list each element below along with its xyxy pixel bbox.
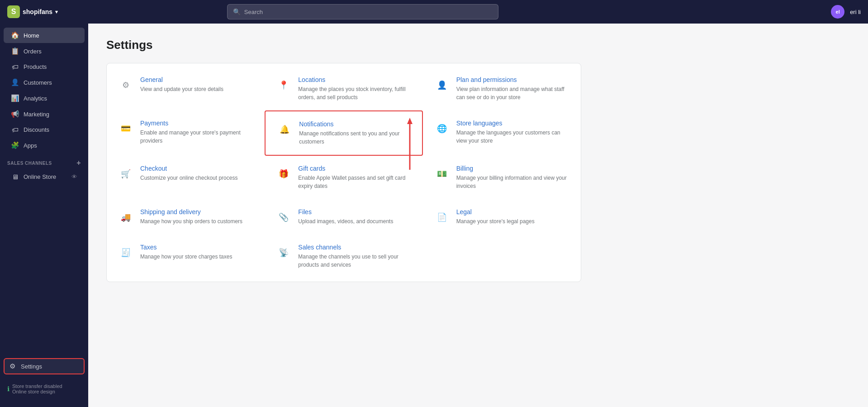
search-box[interactable]: 🔍 [227, 4, 498, 19]
sidebar-item-online-store[interactable]: 🖥 Online Store 👁 [4, 169, 85, 184]
customers-icon: 👤 [11, 78, 19, 86]
payments-icon: 💳 [118, 120, 134, 137]
sidebar-item-products[interactable]: 🏷 Products [4, 59, 85, 74]
avatar-initials: el [836, 9, 840, 14]
sidebar-label-customers: Customers [24, 79, 52, 86]
taxes-desc: Manage how your store charges taxes [140, 253, 232, 261]
files-icon: 📎 [275, 209, 292, 225]
settings-item-general[interactable]: ⚙ General View and update your store det… [107, 67, 265, 110]
settings-item-gift-cards[interactable]: 🎁 Gift cards Enable Apple Wallet passes … [265, 156, 422, 199]
legal-icon: 📄 [434, 209, 450, 225]
settings-item-payments[interactable]: 💳 Payments Enable and manage your store'… [107, 110, 265, 156]
sidebar-item-marketing[interactable]: 📢 Marketing [4, 106, 85, 122]
analytics-icon: 📊 [11, 94, 19, 102]
gift-cards-title: Gift cards [298, 165, 412, 172]
settings-item-shipping[interactable]: 🚚 Shipping and delivery Manage how you s… [107, 199, 265, 235]
payments-title: Payments [140, 120, 254, 127]
settings-item-billing[interactable]: 💵 Billing Manage your billing informatio… [423, 156, 581, 199]
settings-item-plan-text: Plan and permissions View plan informati… [456, 76, 570, 101]
apps-icon: 🧩 [11, 141, 19, 149]
settings-item-locations[interactable]: 📍 Locations Manage the places you stock … [265, 67, 422, 110]
store-languages-desc: Manage the languages your customers can … [456, 129, 570, 145]
legal-title: Legal [456, 208, 535, 215]
sales-channels-section: SALES CHANNELS + [0, 153, 88, 169]
search-container: 🔍 [227, 4, 498, 19]
products-icon: 🏷 [11, 63, 19, 71]
sidebar-item-discounts[interactable]: 🏷 Discounts [4, 122, 85, 137]
add-sales-channel-button[interactable]: + [76, 159, 81, 167]
brand-logo[interactable]: S shopifans ▾ [7, 5, 58, 18]
general-desc: View and update your store details [140, 85, 223, 93]
settings-item-notifications[interactable]: 🔔 Notifications Manage notifications sen… [265, 110, 422, 156]
sidebar-label-analytics: Analytics [24, 95, 47, 102]
settings-item-sales-channels[interactable]: 📡 Sales channels Manage the channels you… [265, 235, 422, 278]
store-languages-title: Store languages [456, 120, 570, 127]
settings-item-languages-text: Store languages Manage the languages you… [456, 120, 570, 145]
settings-item-taxes[interactable]: 🧾 Taxes Manage how your store charges ta… [107, 235, 265, 278]
store-transfer-info: ℹ Store transfer disabled Online store d… [0, 380, 88, 398]
sidebar-item-settings[interactable]: ⚙ Settings [4, 358, 85, 374]
settings-item-legal-text: Legal Manage your store's legal pages [456, 208, 535, 225]
gift-cards-desc: Enable Apple Wallet passes and set gift … [298, 174, 412, 190]
sidebar-item-analytics[interactable]: 📊 Analytics [4, 91, 85, 106]
sidebar-item-home[interactable]: 🏠 Home [4, 28, 85, 43]
empty-cell [423, 235, 581, 278]
notifications-title: Notifications [299, 120, 411, 128]
settings-item-store-languages[interactable]: 🌐 Store languages Manage the languages y… [423, 110, 581, 156]
top-navigation: S shopifans ▾ 🔍 el eri li [0, 0, 868, 24]
discounts-icon: 🏷 [11, 126, 19, 134]
settings-item-plan-permissions[interactable]: 👤 Plan and permissions View plan informa… [423, 67, 581, 110]
avatar[interactable]: el [831, 5, 844, 19]
sidebar-item-apps[interactable]: 🧩 Apps [4, 138, 85, 153]
billing-title: Billing [456, 165, 570, 172]
settings-grid: ⚙ General View and update your store det… [107, 67, 581, 278]
shipping-icon: 🚚 [118, 209, 134, 225]
plan-permissions-icon: 👤 [434, 77, 450, 93]
brand-chevron: ▾ [55, 9, 58, 15]
info-icon: ℹ [7, 385, 9, 393]
taxes-icon: 🧾 [118, 244, 134, 261]
sidebar-label-online-store: Online Store [24, 173, 56, 180]
marketing-icon: 📢 [11, 110, 19, 118]
topnav-right: el eri li [831, 5, 861, 19]
plan-permissions-title: Plan and permissions [456, 76, 570, 83]
settings-item-legal[interactable]: 📄 Legal Manage your store's legal pages [423, 199, 581, 235]
shopify-icon: S [7, 5, 20, 18]
billing-desc: Manage your billing information and view… [456, 174, 570, 190]
sales-channels-label: SALES CHANNELS [7, 161, 52, 166]
online-store-left: 🖥 Online Store [11, 173, 56, 181]
search-input[interactable] [244, 9, 493, 15]
taxes-title: Taxes [140, 244, 232, 251]
settings-item-shipping-text: Shipping and delivery Manage how you shi… [140, 208, 242, 225]
settings-item-saleschannels-text: Sales channels Manage the channels you u… [298, 244, 412, 269]
sidebar-item-orders[interactable]: 📋 Orders [4, 43, 85, 59]
settings-item-files-text: Files Upload images, videos, and documen… [298, 208, 393, 225]
settings-item-checkout[interactable]: 🛒 Checkout Customize your online checkou… [107, 156, 265, 199]
sales-channels-desc: Manage the channels you use to sell your… [298, 253, 412, 269]
checkout-title: Checkout [140, 165, 237, 172]
main-content: Settings ⚙ General View and update your … [88, 24, 868, 407]
sales-channels-icon: 📡 [275, 244, 292, 261]
home-icon: 🏠 [11, 31, 19, 39]
sidebar-label-home: Home [24, 32, 39, 39]
billing-icon: 💵 [434, 166, 450, 182]
files-desc: Upload images, videos, and documents [298, 217, 393, 225]
settings-card: ⚙ General View and update your store det… [106, 63, 581, 282]
brand-name: shopifans [23, 8, 52, 15]
notifications-icon: 🔔 [276, 121, 293, 138]
sidebar-label-products: Products [24, 63, 47, 70]
payments-desc: Enable and manage your store's payment p… [140, 129, 254, 145]
shipping-desc: Manage how you ship orders to customers [140, 217, 242, 225]
sidebar-item-customers[interactable]: 👤 Customers [4, 75, 85, 90]
sidebar-label-discounts: Discounts [24, 126, 49, 133]
sidebar: 🏠 Home 📋 Orders 🏷 Products 👤 Customers 📊… [0, 24, 88, 407]
settings-item-locations-text: Locations Manage the places you stock in… [298, 76, 412, 101]
settings-item-files[interactable]: 📎 Files Upload images, videos, and docum… [265, 199, 422, 235]
checkout-icon: 🛒 [118, 166, 134, 182]
locations-icon: 📍 [275, 77, 292, 93]
checkout-desc: Customize your online checkout process [140, 174, 237, 182]
eye-icon: 👁 [71, 173, 77, 180]
sidebar-label-marketing: Marketing [24, 111, 49, 118]
search-icon: 🔍 [233, 8, 241, 15]
sidebar-nav: 🏠 Home 📋 Orders 🏷 Products 👤 Customers 📊… [0, 24, 88, 356]
